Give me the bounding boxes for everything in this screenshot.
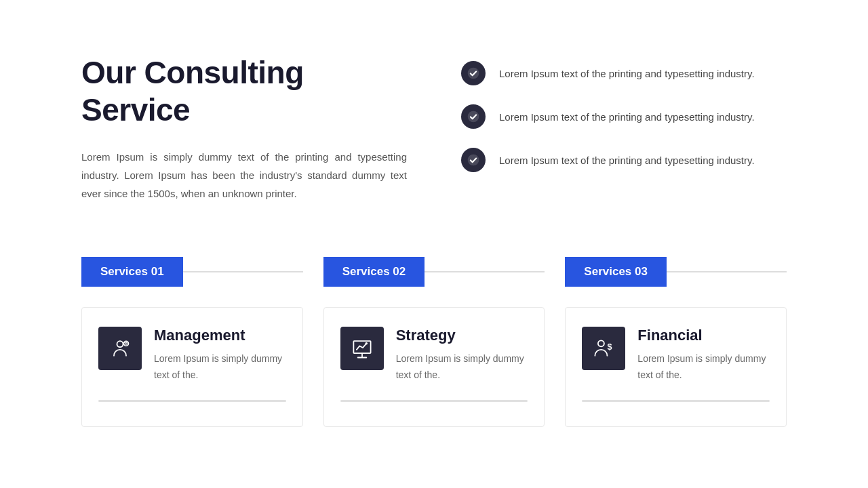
check-text-3: Lorem Ipsum text of the printing and typ…	[499, 155, 755, 166]
card-footer-2	[340, 400, 528, 402]
page-title: Our Consulting Service	[81, 54, 407, 129]
service-tab-3[interactable]: Services 03	[565, 257, 667, 287]
card-footer-1	[98, 400, 286, 402]
card-content-3: Financial Lorem Ipsum is simply dummy te…	[637, 327, 770, 384]
bottom-section: Services 01	[81, 257, 787, 427]
service-tab-line-3	[667, 271, 787, 272]
top-right: Lorem Ipsum text of the printing and typ…	[461, 54, 787, 203]
svg-point-3	[117, 342, 123, 348]
service-tab-row-3: Services 03	[565, 257, 787, 287]
top-left: Our Consulting Service Lorem Ipsum is si…	[81, 54, 407, 203]
main-description: Lorem Ipsum is simply dummy text of the …	[81, 148, 407, 203]
check-item-3: Lorem Ipsum text of the printing and typ…	[461, 148, 787, 172]
check-text-2: Lorem Ipsum text of the printing and typ…	[499, 111, 755, 123]
strategy-icon	[340, 327, 384, 370]
svg-point-2	[468, 155, 479, 166]
service-tab-row-1: Services 01	[81, 257, 303, 287]
check-icon-2	[461, 104, 486, 129]
card-header-2: Strategy Lorem Ipsum is simply dummy tex…	[340, 327, 528, 384]
check-item-1: Lorem Ipsum text of the printing and typ…	[461, 61, 787, 85]
check-text-1: Lorem Ipsum text of the printing and typ…	[499, 68, 755, 79]
card-footer-3	[582, 400, 770, 402]
service-card-2: Strategy Lorem Ipsum is simply dummy tex…	[323, 307, 545, 427]
check-item-2: Lorem Ipsum text of the printing and typ…	[461, 104, 787, 129]
service-tab-row-2: Services 02	[323, 257, 545, 287]
card-description-2: Lorem Ipsum is simply dummy text of the.	[396, 351, 528, 384]
check-icon-1	[461, 61, 486, 85]
top-section: Our Consulting Service Lorem Ipsum is si…	[81, 54, 787, 203]
service-tab-2[interactable]: Services 02	[323, 257, 425, 287]
card-header-3: $ Financial Lorem Ipsum is simply dummy …	[582, 327, 770, 384]
card-header-1: Management Lorem Ipsum is simply dummy t…	[98, 327, 286, 384]
svg-point-9	[365, 342, 368, 345]
svg-text:$: $	[608, 342, 612, 352]
svg-point-10	[598, 341, 604, 347]
card-content-1: Management Lorem Ipsum is simply dummy t…	[154, 327, 286, 384]
service-tab-1[interactable]: Services 01	[81, 257, 183, 287]
service-card-1: Management Lorem Ipsum is simply dummy t…	[81, 307, 303, 427]
card-description-1: Lorem Ipsum is simply dummy text of the.	[154, 351, 286, 384]
service-card-3: $ Financial Lorem Ipsum is simply dummy …	[565, 307, 787, 427]
service-column-1: Services 01	[81, 257, 303, 427]
card-title-3: Financial	[637, 327, 770, 344]
service-column-3: Services 03 $ Financial Lore	[565, 257, 787, 427]
card-title-2: Strategy	[396, 327, 528, 344]
management-icon	[98, 327, 142, 370]
svg-point-0	[468, 68, 479, 79]
card-description-3: Lorem Ipsum is simply dummy text of the.	[637, 351, 770, 384]
service-column-2: Services 02	[323, 257, 545, 427]
service-tab-line-2	[425, 271, 545, 272]
page-wrapper: Our Consulting Service Lorem Ipsum is si…	[0, 0, 868, 468]
check-icon-3	[461, 148, 486, 172]
service-tab-line-1	[183, 271, 303, 272]
svg-point-1	[468, 111, 479, 123]
financial-icon: $	[582, 327, 625, 370]
card-title-1: Management	[154, 327, 286, 344]
card-content-2: Strategy Lorem Ipsum is simply dummy tex…	[396, 327, 528, 384]
